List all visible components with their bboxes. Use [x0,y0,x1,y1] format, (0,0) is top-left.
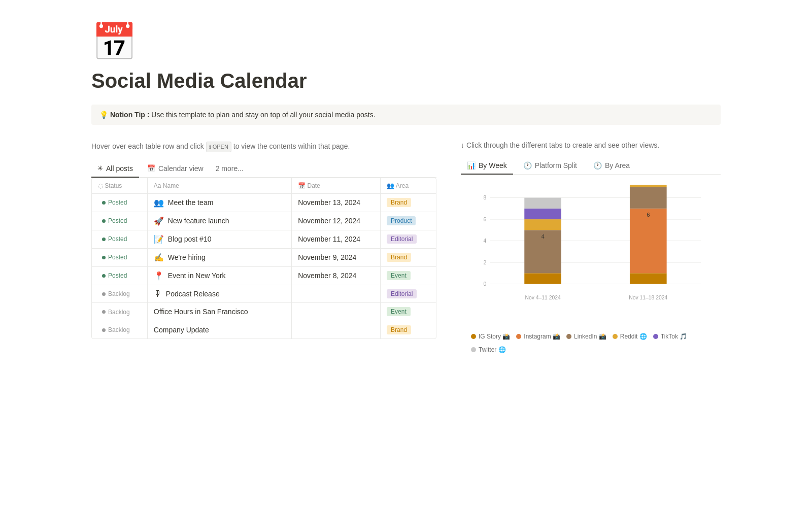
legend-label: Reddit 🌐 [620,333,647,340]
table-row[interactable]: Posted✍We're hiringNovember 9, 2024Brand [92,248,436,266]
table-row[interactable]: BacklogCompany UpdateBrand [92,321,436,339]
area-tag: Editorial [387,234,417,244]
status-label: Backlog [108,326,130,333]
status-label: Posted [108,217,127,224]
status-dot [102,201,106,205]
status-label: Posted [108,254,127,261]
status-dot [102,292,106,296]
legend-item: LinkedIn 📸 [566,333,606,340]
by-week-icon: 📊 [467,161,476,170]
col-header-date: 📅 Date [292,178,381,194]
svg-rect-19 [630,187,667,208]
status-label: Backlog [108,309,130,316]
svg-rect-17 [630,273,667,284]
area-tag: Brand [387,253,411,262]
row-date: November 11, 2024 [292,230,381,248]
tab-by-area[interactable]: 🕐 By Area [587,157,636,175]
tab-calendar-label: Calendar view [158,164,204,173]
area-col-icon: 👥 [387,182,396,189]
row-name: Meet the team [168,198,214,207]
table-row[interactable]: Backlog🎙Podcast ReleaseEditorial [92,285,436,303]
col-header-status: ◌ Status [92,178,147,194]
instruction-text: Hover over each table row and click ℹ OP… [91,141,436,152]
tab-calendar-view[interactable]: 📅 Calendar view [141,160,210,178]
row-emoji: 👥 [154,198,164,208]
status-dot [102,256,106,259]
area-tag: Event [387,271,411,280]
row-emoji: 📍 [154,271,164,281]
legend-item: IG Story 📸 [471,333,510,340]
area-tag: Event [387,307,411,316]
chart-legend: IG Story 📸Instagram 📸LinkedIn 📸Reddit 🌐T… [461,333,721,353]
platform-split-label: Platform Split [535,161,577,170]
legend-dot [653,334,658,339]
row-emoji: 🎙 [154,289,162,298]
table-row[interactable]: Posted🚀New feature launchNovember 12, 20… [92,212,436,230]
legend-label: LinkedIn 📸 [574,333,606,340]
table-tabs: ✳ All posts 📅 Calendar view 2 more... [91,160,436,178]
by-week-label: By Week [479,161,507,170]
tip-text: Use this template to plan and stay on to… [151,111,375,119]
svg-rect-12 [524,219,561,230]
row-date [292,303,381,321]
page-container: 📅 Social Media Calendar 💡 Notion Tip : U… [51,0,761,374]
svg-text:0: 0 [483,281,486,287]
notion-tip: 💡 Notion Tip : Use this template to plan… [91,105,721,125]
open-icon: ℹ [209,143,211,151]
svg-rect-10 [524,273,561,284]
page-icon: 📅 [91,20,721,63]
left-panel: Hover over each table row and click ℹ OP… [91,141,436,339]
chart-instruction: ↓ Click through the different tabs to cr… [461,141,721,149]
table-row[interactable]: BacklogOffice Hours in San FranciscoEven… [92,303,436,321]
name-cell: 📍Event in New York [154,271,285,281]
table-row[interactable]: Posted📝Blog post #10November 11, 2024Edi… [92,230,436,248]
table-row[interactable]: Posted👥Meet the teamNovember 13, 2024Bra… [92,193,436,212]
tab-platform-split[interactable]: 🕐 Platform Split [517,157,583,175]
chart-container: 024684Nov 4–11 20246Nov 11–18 2024 [461,185,721,327]
status-label: Posted [108,235,127,243]
name-cell: Office Hours in San Francisco [154,308,285,316]
status-badge: Posted [98,253,131,262]
status-badge: Posted [98,198,131,207]
svg-text:6: 6 [483,217,486,222]
col-header-area: 👥 Area [381,178,436,194]
row-name: We're hiring [168,253,206,261]
status-label: Posted [108,199,127,206]
name-cell: 📝Blog post #10 [154,234,285,244]
legend-item: TikTok 🎵 [653,333,688,340]
svg-text:6: 6 [647,212,650,218]
name-cell: ✍We're hiring [154,253,285,262]
row-name: Office Hours in San Francisco [154,308,248,316]
status-label: Backlog [108,290,130,297]
status-badge: Posted [98,234,131,244]
status-badge: Posted [98,271,131,280]
by-area-icon: 🕐 [593,161,602,170]
row-name: Podcast Release [166,290,220,298]
by-area-label: By Area [605,161,630,170]
tab-by-week[interactable]: 📊 By Week [461,157,513,175]
legend-label: Twitter 🌐 [479,346,506,353]
status-dot [102,274,106,278]
row-name: Event in New York [168,272,226,280]
name-cell: 👥Meet the team [154,198,285,208]
svg-text:Nov 11–18 2024: Nov 11–18 2024 [629,295,667,300]
legend-dot [471,347,476,352]
legend-dot [613,334,618,339]
svg-text:2: 2 [483,260,486,265]
legend-label: TikTok 🎵 [661,333,688,340]
area-tag: Brand [387,198,411,207]
area-tag: Brand [387,325,411,334]
tab-all-posts[interactable]: ✳ All posts [91,160,139,178]
svg-text:8: 8 [483,195,486,200]
svg-text:4: 4 [483,238,486,244]
tab-more[interactable]: 2 more... [212,160,248,177]
status-dot [102,328,106,332]
col-header-name: Aa Name [147,178,291,194]
legend-label: IG Story 📸 [479,333,510,340]
date-col-icon: 📅 [298,182,307,189]
right-panel: ↓ Click through the different tabs to cr… [461,141,721,353]
row-name: Company Update [154,326,209,334]
tab-all-posts-label: All posts [106,164,133,173]
name-cell: 🚀New feature launch [154,216,285,226]
table-row[interactable]: Posted📍Event in New YorkNovember 8, 2024… [92,266,436,285]
